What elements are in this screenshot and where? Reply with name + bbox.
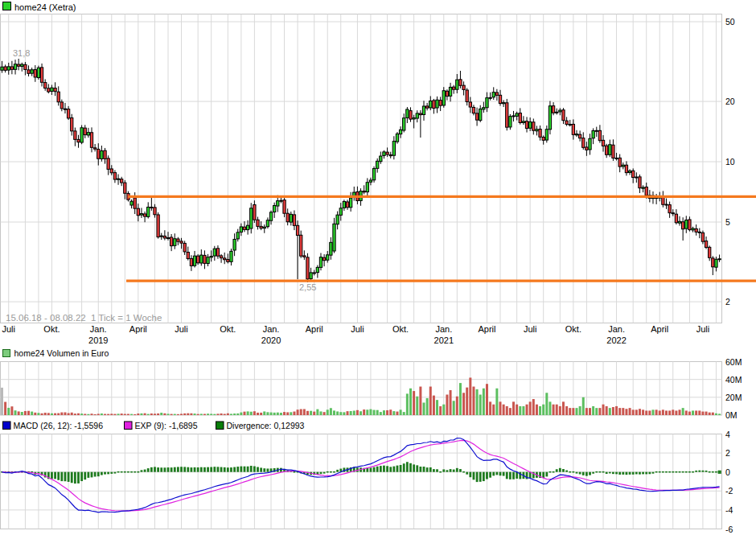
- svg-text:15.06.18 - 08.08.22: 15.06.18 - 08.08.22: [6, 313, 86, 323]
- svg-text:31,8: 31,8: [13, 48, 30, 58]
- svg-text:Jan.: Jan.: [263, 324, 280, 334]
- svg-text:2,55: 2,55: [299, 282, 316, 292]
- svg-text:2: 2: [725, 448, 730, 458]
- svg-text:Juli: Juli: [524, 324, 537, 334]
- svg-text:Okt.: Okt.: [220, 324, 236, 334]
- svg-text:Okt.: Okt.: [43, 324, 60, 334]
- svg-text:Juli: Juli: [175, 324, 188, 334]
- svg-text:20M: 20M: [725, 393, 742, 402]
- svg-text:MACD (26, 12): -1,5596: MACD (26, 12): -1,5596: [14, 421, 104, 430]
- svg-text:Juli: Juli: [351, 324, 364, 334]
- svg-text:Juli: Juli: [696, 324, 710, 334]
- svg-text:2020: 2020: [261, 335, 281, 345]
- svg-text:Okt.: Okt.: [392, 324, 409, 334]
- svg-text:4: 4: [725, 430, 730, 439]
- svg-text:0: 0: [725, 467, 730, 477]
- svg-text:2: 2: [725, 297, 730, 307]
- svg-text:Jan.: Jan.: [608, 324, 625, 334]
- svg-text:Okt.: Okt.: [565, 324, 581, 334]
- svg-text:April: April: [651, 324, 668, 334]
- svg-text:April: April: [129, 324, 147, 334]
- svg-text:1 Tick = 1 Woche: 1 Tick = 1 Woche: [91, 313, 162, 323]
- svg-text:Divergence: 0,12993: Divergence: 0,12993: [227, 421, 305, 430]
- svg-text:April: April: [478, 324, 495, 334]
- svg-text:-4: -4: [725, 505, 733, 515]
- svg-text:50: 50: [725, 17, 735, 27]
- svg-text:-2: -2: [725, 486, 733, 496]
- svg-text:2021: 2021: [434, 335, 454, 345]
- svg-text:0M: 0M: [725, 410, 738, 420]
- svg-text:-6: -6: [725, 525, 733, 534]
- svg-text:Jan.: Jan.: [435, 324, 452, 334]
- svg-text:60M: 60M: [725, 357, 742, 367]
- svg-text:Juli: Juli: [2, 324, 16, 334]
- svg-text:5: 5: [725, 217, 730, 227]
- svg-text:EXP (9): -1,6895: EXP (9): -1,6895: [135, 421, 198, 430]
- svg-text:40M: 40M: [725, 375, 742, 385]
- svg-text:home24 (Xetra): home24 (Xetra): [14, 2, 76, 12]
- svg-text:10: 10: [725, 157, 735, 167]
- svg-text:2019: 2019: [88, 335, 108, 345]
- svg-text:2022: 2022: [606, 335, 626, 345]
- svg-text:April: April: [306, 324, 323, 334]
- svg-text:20: 20: [725, 97, 735, 106]
- svg-text:home24 Volumen in Euro: home24 Volumen in Euro: [14, 348, 109, 358]
- svg-text:Jan.: Jan.: [90, 324, 107, 334]
